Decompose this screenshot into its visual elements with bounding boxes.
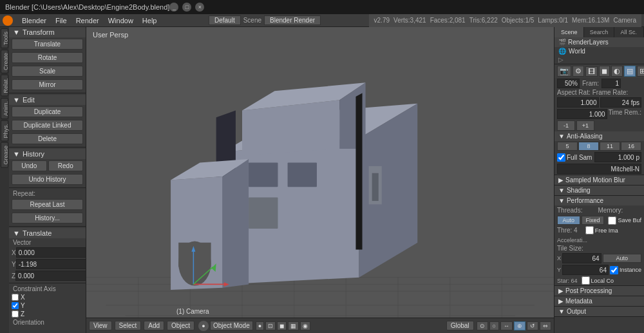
- y-input[interactable]: [16, 259, 86, 269]
- rotate-icon[interactable]: ↺: [527, 321, 538, 330]
- render-pct-input[interactable]: [557, 79, 580, 88]
- screen-layout-btn[interactable]: Default: [209, 15, 241, 25]
- global-button[interactable]: Global: [446, 321, 474, 330]
- translate-section[interactable]: ▼ Translate: [9, 228, 86, 238]
- aa-16-btn[interactable]: 16: [621, 142, 641, 151]
- tab-scene[interactable]: Scene: [554, 27, 584, 37]
- y-asp-input[interactable]: [557, 109, 607, 119]
- aa-header[interactable]: ▼ Anti-Aliasing: [554, 131, 644, 141]
- snap-icon[interactable]: ⊙: [477, 321, 488, 330]
- metadata-header[interactable]: ▶ Metadata: [554, 296, 644, 306]
- repeat-last-button[interactable]: Repeat Last: [12, 199, 83, 210]
- menu-render[interactable]: Render: [72, 15, 103, 26]
- proportional-icon[interactable]: ○: [489, 321, 499, 330]
- history-section[interactable]: ▼ History: [9, 149, 86, 159]
- scene-header[interactable]: 🎬 RenderLayers: [554, 37, 644, 47]
- strip-tab-physics[interactable]: Phys.: [1, 120, 8, 142]
- strip-tab-create[interactable]: Create: [1, 50, 8, 73]
- fps-input[interactable]: [600, 97, 642, 108]
- frame-input[interactable]: [601, 79, 621, 88]
- aa-11-btn[interactable]: 11: [600, 142, 620, 151]
- motion-blur-header[interactable]: ▶ Sampled Motion Blur: [554, 175, 644, 185]
- renderer-select[interactable]: Blender Render: [264, 15, 321, 25]
- x-asp-input[interactable]: [557, 97, 599, 108]
- object-mode-icon[interactable]: ●: [198, 321, 209, 331]
- tab-all[interactable]: All Sc.: [614, 27, 644, 37]
- edit-section[interactable]: ▼ Edit: [9, 95, 86, 105]
- viewport-solid-icon[interactable]: ◼: [277, 321, 287, 330]
- render-output-icon[interactable]: ◼: [599, 66, 610, 77]
- scale-button[interactable]: Scale: [12, 66, 83, 77]
- viewport[interactable]: User Persp: [86, 27, 554, 333]
- output-header[interactable]: ▼ Output: [554, 307, 644, 316]
- render-active-icon[interactable]: ▤: [624, 66, 636, 77]
- z-input[interactable]: [15, 271, 86, 281]
- menu-file[interactable]: File: [52, 15, 71, 26]
- tab-search[interactable]: Search: [584, 27, 614, 37]
- object-mode-select[interactable]: Object Mode: [210, 321, 253, 330]
- viewport-dot-icon[interactable]: ●: [256, 321, 264, 330]
- shading-header[interactable]: ▼ Shading: [554, 186, 644, 195]
- duplicate-button[interactable]: Duplicate: [12, 106, 83, 117]
- render-camera-icon[interactable]: 📷: [557, 66, 571, 77]
- local-co-checkbox[interactable]: [582, 276, 590, 285]
- strip-tab-animation[interactable]: Anim.: [1, 98, 8, 119]
- strip-tab-relations[interactable]: Relat.: [1, 75, 8, 97]
- duplicate-linked-button[interactable]: Duplicate Linked: [12, 120, 83, 131]
- menu-blender[interactable]: Blender: [18, 15, 50, 26]
- render-settings-icon[interactable]: 🎞: [585, 66, 598, 77]
- undo-history-button[interactable]: Undo History: [12, 174, 83, 185]
- x-tile-input[interactable]: [562, 253, 601, 263]
- fixed-thread-btn[interactable]: Fixed: [582, 216, 605, 225]
- toggle-minus-btn[interactable]: -1: [557, 120, 575, 131]
- close-button[interactable]: ×: [195, 3, 204, 12]
- auto-tile-btn[interactable]: Auto: [603, 254, 642, 263]
- maximize-button[interactable]: □: [182, 3, 191, 12]
- x-checkbox[interactable]: [12, 294, 19, 301]
- y-tile-input[interactable]: [562, 265, 609, 275]
- z-checkbox[interactable]: [12, 310, 19, 318]
- redo-button[interactable]: Redo: [48, 160, 84, 171]
- scene-item-world[interactable]: 🌐 World: [554, 47, 644, 55]
- delete-button[interactable]: Delete: [12, 133, 83, 144]
- history-button[interactable]: History...: [12, 213, 83, 224]
- render-layers-icon[interactable]: ⚙: [573, 66, 584, 77]
- y-checkbox[interactable]: [12, 302, 19, 309]
- scene-item-extra[interactable]: ▷: [554, 55, 644, 64]
- x-input[interactable]: [16, 247, 86, 258]
- viewport-render-icon[interactable]: ▦: [288, 321, 299, 330]
- add-button[interactable]: Add: [144, 321, 164, 330]
- scale-vp-icon[interactable]: ⇔: [540, 321, 551, 330]
- full-sam-input[interactable]: [594, 152, 641, 162]
- rotate-button[interactable]: Rotate: [12, 52, 83, 63]
- post-header[interactable]: ▶ Post Processing: [554, 286, 644, 296]
- undo-button[interactable]: Undo: [12, 160, 47, 171]
- viewport-material-icon[interactable]: ◉: [300, 321, 310, 330]
- strip-tab-tools[interactable]: Tools: [1, 28, 8, 48]
- strip-tab-grease[interactable]: Grease: [1, 142, 8, 168]
- mirror-button[interactable]: Mirror: [12, 79, 83, 90]
- mitchell-input[interactable]: [557, 164, 641, 174]
- auto-thread-btn[interactable]: Auto: [557, 216, 580, 225]
- manip-icon[interactable]: ↔: [500, 321, 513, 330]
- viewport-wire-icon[interactable]: ⊡: [265, 321, 276, 330]
- full-sam-checkbox[interactable]: [557, 153, 565, 162]
- minimize-button[interactable]: _: [169, 3, 178, 12]
- object-button[interactable]: Object: [167, 321, 194, 330]
- instance-checkbox[interactable]: [610, 266, 618, 274]
- transform-section[interactable]: ▼ Transform: [9, 27, 86, 37]
- render-color-icon[interactable]: ◐: [611, 66, 623, 77]
- render-extra-icon[interactable]: ⊞: [637, 66, 644, 77]
- transform-icon[interactable]: ⊕: [514, 321, 526, 330]
- aa-5-btn[interactable]: 5: [557, 142, 578, 151]
- translate-button[interactable]: Translate: [12, 39, 83, 50]
- aa-8-btn[interactable]: 8: [578, 142, 599, 151]
- free-ima-checkbox[interactable]: [585, 226, 594, 234]
- performance-header[interactable]: ▼ Performance: [554, 196, 644, 205]
- toggle-plus-btn[interactable]: +1: [576, 120, 594, 131]
- menu-help[interactable]: Help: [138, 15, 161, 26]
- save-buf-checkbox[interactable]: [608, 216, 616, 225]
- menu-window[interactable]: Window: [104, 15, 137, 26]
- select-button[interactable]: Select: [115, 321, 142, 330]
- view-button[interactable]: View: [89, 321, 112, 330]
